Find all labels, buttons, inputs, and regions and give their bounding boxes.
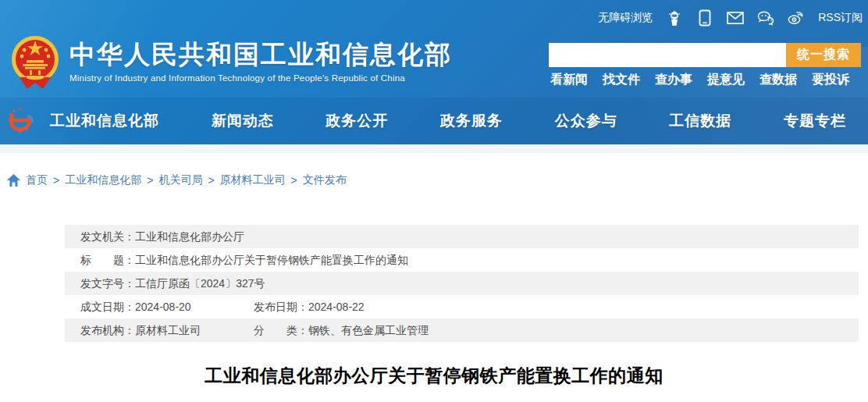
quick-link-services[interactable]: 查办事 bbox=[655, 72, 692, 88]
meta-row-doc-number: 发文字号： 工信厅原函〔2024〕327号 bbox=[65, 272, 859, 295]
weibo-icon[interactable] bbox=[788, 9, 805, 27]
meta-row-publisher-category: 发布机构：原材料工业司 分 类： 钢铁、有色金属工业管理 bbox=[65, 318, 859, 342]
meta-cell: 发布机构：原材料工业司 bbox=[80, 318, 254, 342]
quick-link-data[interactable]: 查数据 bbox=[760, 72, 797, 88]
document-meta-table: 发文机关： 工业和信息化部办公厅 标 题： 工业和信息化部办公厅关于暂停钢铁产能… bbox=[65, 225, 859, 342]
quick-link-news[interactable]: 看新闻 bbox=[550, 72, 588, 88]
meta-value: 钢铁、有色金属工业管理 bbox=[308, 318, 429, 342]
site-subtitle: Ministry of Industry and Information Tec… bbox=[69, 73, 452, 83]
mobile-phone-icon[interactable] bbox=[696, 9, 713, 27]
breadcrumb-home[interactable]: 首页 bbox=[26, 173, 48, 187]
rss-subscribe-link[interactable]: RSS订阅 bbox=[818, 11, 863, 25]
breadcrumb-separator: > bbox=[53, 174, 59, 187]
breadcrumb: 首页 > 工业和信息化部 > 机关司局 > 原材料工业司 > 文件发布 bbox=[0, 153, 868, 192]
breadcrumb-separator: > bbox=[208, 174, 214, 187]
quick-link-feedback[interactable]: 提意见 bbox=[707, 72, 745, 88]
meta-label: 发文字号： bbox=[80, 272, 135, 295]
nav-items: 工业和信息化部 新闻动态 政务公开 政务服务 公众参与 工信数据 专题专栏 bbox=[50, 111, 846, 131]
meta-cell: 成文日期：2024-08-20 bbox=[80, 295, 254, 318]
wechat-icon[interactable] bbox=[757, 9, 774, 27]
header-divider-strip bbox=[0, 144, 868, 153]
breadcrumb-miit[interactable]: 工业和信息化部 bbox=[65, 173, 141, 187]
meta-label: 成文日期： bbox=[80, 301, 135, 313]
meta-label: 分 类： bbox=[254, 318, 308, 342]
search-input[interactable] bbox=[549, 43, 786, 67]
meta-row-dates: 成文日期：2024-08-20 发布日期： 2024-08-22 bbox=[65, 295, 859, 318]
meta-value: 工业和信息化部办公厅 bbox=[135, 225, 244, 248]
breadcrumb-document-release[interactable]: 文件发布 bbox=[303, 173, 347, 187]
robot-mascot-icon[interactable] bbox=[666, 9, 683, 27]
quick-link-files[interactable]: 找文件 bbox=[603, 72, 640, 88]
search-button[interactable]: 统一搜索 bbox=[786, 43, 861, 67]
meta-value: 工信厅原函〔2024〕327号 bbox=[135, 272, 265, 295]
meta-label: 标 题： bbox=[80, 248, 135, 272]
nav-item-gov-services[interactable]: 政务服务 bbox=[440, 111, 503, 131]
document-title: 工业和信息化部办公厅关于暂停钢铁产能置换工作的通知 bbox=[0, 364, 868, 388]
meta-row-issuing-office: 发文机关： 工业和信息化部办公厅 bbox=[65, 225, 859, 248]
breadcrumb-separator: > bbox=[291, 174, 297, 187]
meta-value: 工业和信息化部办公厅关于暂停钢铁产能置换工作的通知 bbox=[135, 248, 408, 272]
nav-item-topics[interactable]: 专题专栏 bbox=[784, 111, 846, 131]
main-nav: 工业和信息化部 新闻动态 政务公开 政务服务 公众参与 工信数据 专题专栏 bbox=[0, 98, 868, 144]
breadcrumb-raw-materials-dept[interactable]: 原材料工业司 bbox=[220, 173, 286, 187]
meta-label: 发文机关： bbox=[80, 225, 135, 248]
quick-link-complaint[interactable]: 要投诉 bbox=[812, 72, 849, 88]
top-utility-bar: 无障碍浏览 bbox=[598, 9, 863, 27]
meta-label: 发布机构： bbox=[80, 324, 135, 336]
nav-item-news[interactable]: 新闻动态 bbox=[212, 111, 274, 131]
national-emblem-icon bbox=[11, 34, 59, 89]
meta-value: 原材料工业司 bbox=[135, 324, 201, 336]
meta-label: 发布日期： bbox=[254, 295, 308, 318]
search-bar: 统一搜索 bbox=[549, 43, 861, 67]
quick-links: 看新闻 找文件 查办事 提意见 查数据 要投诉 bbox=[550, 72, 849, 88]
site-title: 中华人民共和国工业和信息化部 bbox=[69, 41, 452, 69]
breadcrumb-separator: > bbox=[147, 174, 153, 187]
accessibility-link[interactable]: 无障碍浏览 bbox=[598, 11, 653, 25]
meta-row-title: 标 题： 工业和信息化部办公厅关于暂停钢铁产能置换工作的通知 bbox=[65, 248, 859, 272]
nav-item-miit[interactable]: 工业和信息化部 bbox=[50, 111, 159, 131]
meta-value: 2024-08-22 bbox=[308, 295, 365, 318]
mail-icon[interactable] bbox=[727, 9, 744, 27]
site-brand: 中华人民共和国工业和信息化部 Ministry of Industry and … bbox=[11, 34, 452, 89]
site-header: 无障碍浏览 bbox=[0, 0, 868, 144]
nav-item-gov-info[interactable]: 政务公开 bbox=[326, 111, 388, 131]
meta-value: 2024-08-20 bbox=[135, 301, 191, 313]
nav-item-participation[interactable]: 公众参与 bbox=[555, 111, 617, 131]
miit-logo-icon bbox=[7, 106, 35, 134]
home-icon[interactable] bbox=[7, 174, 20, 187]
nav-item-data[interactable]: 工信数据 bbox=[669, 111, 731, 131]
breadcrumb-departments[interactable]: 机关司局 bbox=[158, 173, 202, 187]
